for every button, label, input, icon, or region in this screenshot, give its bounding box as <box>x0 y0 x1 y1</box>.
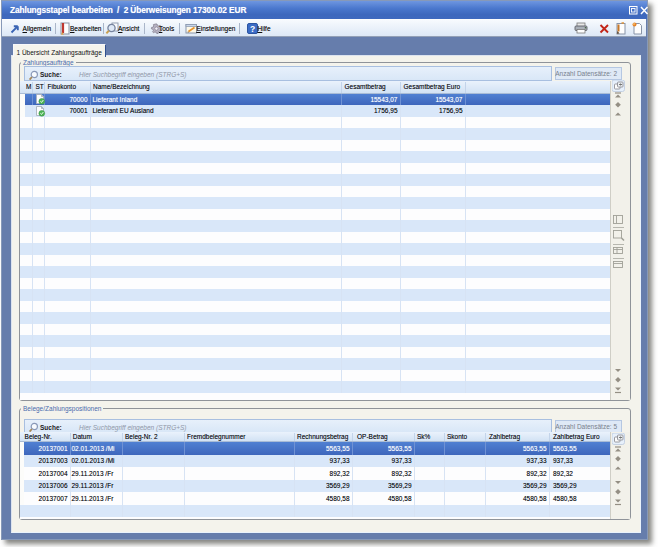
svg-text:?: ? <box>250 24 255 34</box>
